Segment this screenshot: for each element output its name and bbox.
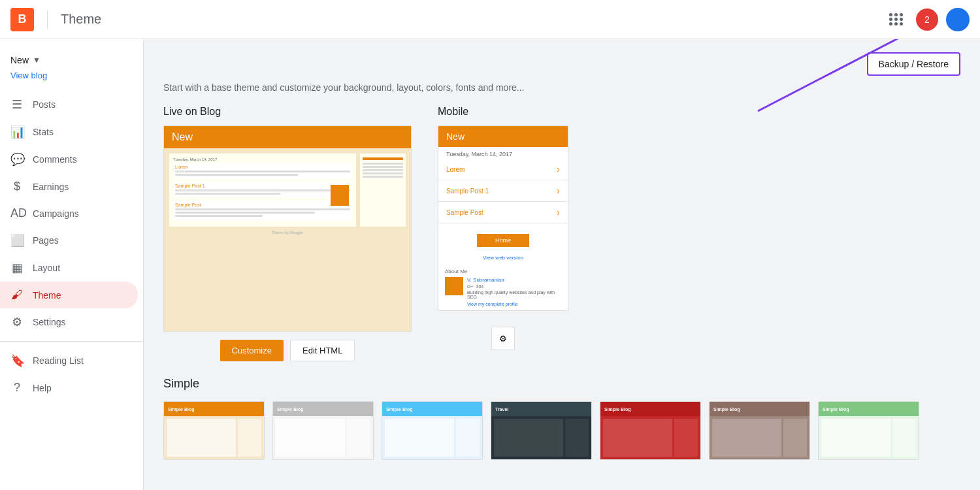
mobile-profile-link[interactable]: View my complete profile (467, 302, 561, 306)
app-header: B Theme 2 (0, 0, 980, 39)
live-previews: Live on Blog New Tuesday, March 14, 2017… (163, 106, 960, 361)
posts-icon: ☰ (10, 97, 24, 112)
main-content: Backup / Restore Start with a base theme… (144, 39, 980, 490)
mobile-follow-count: 304 (476, 284, 484, 289)
mobile-post2-row: Sample Post 1 › (438, 180, 568, 202)
mobile-gear-button[interactable]: ⚙ (491, 327, 515, 350)
intro-text: Start with a base theme and customize yo… (163, 82, 960, 93)
settings-icon: ⚙ (10, 315, 24, 329)
mobile-about-content: V. Subramanian G+ 304 Building high qual… (445, 277, 561, 306)
sidebar-item-stats[interactable]: 📊 Stats (0, 118, 138, 146)
mobile-chevron1-icon: › (557, 164, 560, 174)
mobile-about-title: About Me (445, 269, 561, 274)
theme-thumb-simple-blue[interactable]: Simple Blog (382, 401, 483, 460)
theme-thumb-travel-dark[interactable]: Travel (491, 401, 592, 460)
sidebar-item-campaigns[interactable]: AD Campaigns (0, 200, 138, 227)
desktop-post2: Sample Post 1 (173, 182, 352, 198)
mobile-chevron3-icon: › (557, 207, 560, 218)
mobile-web-version-link[interactable]: View web version (438, 255, 568, 261)
app-layout: New ▼ View blog ☰ Posts 📊 Stats 💬 Commen… (0, 39, 980, 490)
sidebar-item-comments[interactable]: 💬 Comments (0, 146, 138, 173)
mobile-about-text-block: V. Subramanian G+ 304 Building high qual… (467, 277, 561, 306)
header-divider (47, 10, 48, 29)
reading-list-icon: 🔖 (10, 353, 24, 368)
desktop-sidebar-area (360, 154, 406, 227)
edit-html-button[interactable]: Edit HTML (290, 340, 355, 361)
desktop-header-title: New (172, 131, 193, 143)
stats-icon: 📊 (10, 125, 24, 139)
mobile-preview: New Tuesday, March 14, 2017 Lorem › Samp… (438, 125, 568, 311)
sidebar-item-posts[interactable]: ☰ Posts (0, 91, 138, 118)
sidebar: New ▼ View blog ☰ Posts 📊 Stats 💬 Commen… (0, 39, 144, 490)
theme-thumb-simple-green[interactable]: Simple Blog (818, 401, 919, 460)
mobile-follow-label: G+ (467, 284, 474, 289)
mobile-preview-label: Mobile (438, 106, 468, 118)
customize-button[interactable]: Customize (220, 340, 284, 361)
mobile-follow-row: G+ 304 (467, 284, 561, 289)
simple-themes-section: Simple Simple Blog Simple Blog (163, 377, 960, 460)
campaigns-icon: AD (10, 206, 24, 220)
sidebar-nav: ☰ Posts 📊 Stats 💬 Comments $ Earnings AD… (0, 91, 143, 401)
mobile-header: New (438, 126, 568, 147)
backup-restore-button[interactable]: Backup / Restore (867, 52, 960, 76)
mobile-about-name: V. Subramanian (467, 277, 561, 283)
theme-thumb-simple-brown[interactable]: Simple Blog (709, 401, 810, 460)
sidebar-top: New ▼ View blog (0, 44, 143, 86)
mobile-post3: Sample Post (446, 209, 483, 216)
theme-thumb-simple-gray[interactable]: Simple Blog (272, 401, 374, 460)
mobile-preview-col: Mobile New Tuesday, March 14, 2017 Lorem… (438, 106, 568, 361)
desktop-date: Tuesday, March 14, 2017 (173, 157, 352, 161)
blogger-icon: B (10, 8, 34, 31)
mobile-about-section: About Me V. Subramanian G+ 304 Building … (438, 265, 568, 310)
sidebar-item-layout[interactable]: ▦ Layout (0, 254, 138, 282)
mobile-post1-row: Lorem › (438, 159, 568, 180)
desktop-preview-content: Tuesday, March 14, 2017 Lorem Sample Pos… (164, 148, 411, 331)
avatar[interactable] (946, 8, 970, 31)
header-logo: B Theme (10, 8, 101, 31)
mobile-post3-row: Sample Post › (438, 202, 568, 223)
dropdown-arrow-icon: ▼ (33, 56, 41, 65)
desktop-footer: Theme by Blogger (169, 231, 406, 235)
header-actions: 2 (885, 8, 970, 31)
desktop-post1: Lorem (173, 163, 352, 179)
mobile-header-title: New (446, 131, 560, 142)
page-title: Theme (61, 12, 101, 27)
sidebar-item-settings[interactable]: ⚙ Settings (0, 308, 138, 336)
desktop-preview-col: Live on Blog New Tuesday, March 14, 2017… (163, 106, 412, 361)
layout-icon: ▦ (10, 261, 24, 275)
mobile-post1: Lorem (446, 166, 465, 173)
theme-thumb-simple-orange[interactable]: Simple Blog (163, 401, 265, 460)
sidebar-item-reading-list[interactable]: 🔖 Reading List (0, 347, 138, 374)
mobile-about-desc: Building high quality websites and play … (467, 290, 561, 299)
mobile-avatar (445, 277, 463, 295)
mobile-date: Tuesday, March 14, 2017 (438, 147, 568, 159)
theme-thumbnails: Simple Blog Simple Blog Simple Blog (163, 401, 960, 460)
sidebar-item-earnings[interactable]: $ Earnings (0, 173, 138, 200)
simple-section-title: Simple (163, 377, 960, 391)
desktop-preview-actions: Customize Edit HTML (220, 340, 355, 361)
sidebar-item-pages[interactable]: ⬜ Pages (0, 227, 138, 254)
sidebar-item-help[interactable]: ? Help (0, 374, 138, 401)
view-blog-link[interactable]: View blog (10, 71, 133, 80)
notification-badge[interactable]: 2 (916, 8, 938, 31)
sidebar-divider (0, 341, 143, 342)
mobile-home-button[interactable]: Home (477, 234, 529, 247)
mobile-chevron2-icon: › (557, 186, 560, 196)
help-icon: ? (10, 381, 24, 395)
desktop-post3: Sample Post (173, 201, 352, 220)
theme-thumb-simple-red[interactable]: Simple Blog (600, 401, 701, 460)
new-button[interactable]: New ▼ (10, 52, 133, 68)
sidebar-item-theme[interactable]: 🖌 Theme (0, 282, 138, 308)
earnings-icon: $ (10, 180, 24, 193)
pages-icon: ⬜ (10, 233, 24, 248)
desktop-preview: New Tuesday, March 14, 2017 Lorem (163, 125, 412, 332)
grid-apps-icon[interactable] (885, 8, 908, 31)
gear-icon: ⚙ (499, 334, 507, 344)
desktop-main-area: Tuesday, March 14, 2017 Lorem Sample Pos… (169, 154, 356, 227)
comments-icon: 💬 (10, 152, 24, 167)
top-actions: Backup / Restore (163, 52, 960, 76)
desktop-preview-label: Live on Blog (163, 106, 221, 118)
theme-icon: 🖌 (10, 288, 24, 302)
mobile-gear-action: ⚙ (491, 319, 515, 350)
mobile-post2: Sample Post 1 (446, 188, 489, 195)
